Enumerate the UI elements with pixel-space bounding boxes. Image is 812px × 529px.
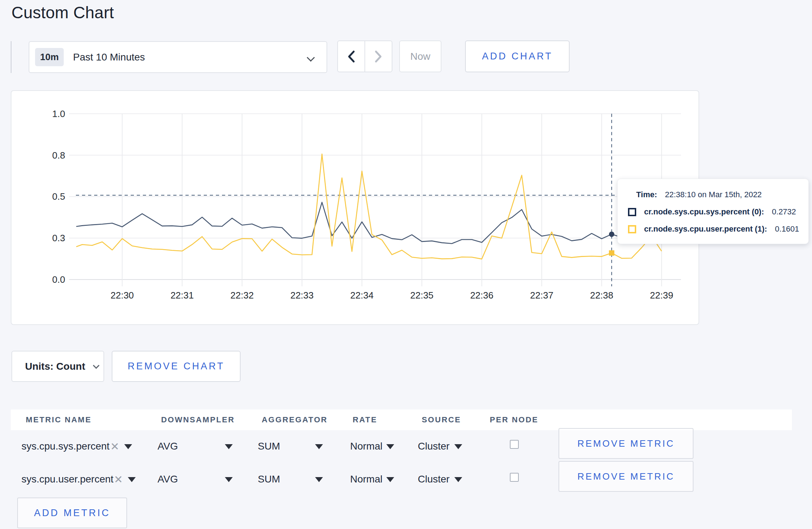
- chart-hover-tooltip: Time: 22:38:10 on Mar 15th, 2022 cr.node…: [617, 179, 809, 244]
- col-header-per-node: PER NODE: [490, 415, 538, 424]
- time-range-select[interactable]: 10m Past 10 Minutes: [29, 41, 327, 73]
- source-dropdown-icon[interactable]: [454, 477, 462, 482]
- x-tick-label: 22:32: [231, 290, 254, 301]
- source-dropdown-icon[interactable]: [454, 444, 462, 449]
- col-header-downsampler: DOWNSAMPLER: [161, 415, 235, 424]
- add-chart-button[interactable]: ADD CHART: [465, 40, 570, 72]
- time-range-label: Past 10 Minutes: [73, 52, 145, 63]
- rate-select[interactable]: Normal: [350, 430, 382, 463]
- x-tick-label: 22:31: [170, 290, 194, 301]
- metric-name-dropdown-icon[interactable]: [124, 444, 132, 449]
- series-line-1: [76, 154, 662, 259]
- clear-metric-icon[interactable]: ✕: [110, 430, 119, 463]
- col-header-aggregator: AGGREGATOR: [262, 415, 328, 424]
- downsampler-dropdown-icon[interactable]: [225, 477, 233, 482]
- tooltip-series-sys-name: cr.node.sys.cpu.sys.percent (0):: [644, 207, 764, 217]
- col-header-metric-name: METRIC NAME: [26, 415, 92, 424]
- units-label: Units: Count: [25, 361, 85, 372]
- remove-metric-button[interactable]: REMOVE METRIC: [559, 428, 693, 459]
- next-range-button[interactable]: [364, 41, 392, 72]
- chevron-down-icon: [307, 54, 315, 62]
- downsampler-dropdown-icon[interactable]: [225, 444, 233, 449]
- x-tick-label: 22:34: [350, 290, 373, 301]
- col-header-rate: RATE: [353, 415, 377, 424]
- metric-table-row: sys.cpu.sys.percent ✕ AVG SUM Normal Clu…: [11, 430, 792, 463]
- hover-marker-user: [609, 250, 614, 256]
- series-line-0: [76, 202, 662, 243]
- chevron-right-icon: [374, 49, 383, 64]
- x-tick-label: 22:33: [290, 290, 314, 301]
- remove-chart-button[interactable]: REMOVE CHART: [112, 351, 241, 382]
- tooltip-time-row: Time: 22:38:10 on Mar 15th, 2022: [636, 190, 762, 199]
- remove-metric-button[interactable]: REMOVE METRIC: [559, 461, 693, 492]
- source-select[interactable]: Cluster: [418, 463, 450, 496]
- aggregator-dropdown-icon[interactable]: [315, 444, 323, 449]
- per-node-checkbox[interactable]: [510, 440, 519, 449]
- y-tick-label: 0.5: [52, 191, 65, 202]
- rate-select[interactable]: Normal: [350, 463, 382, 496]
- downsampler-select[interactable]: AVG: [158, 463, 178, 496]
- custom-chart-plot[interactable]: 0.00.30.50.81.022:3022:3122:3222:3322:34…: [11, 91, 699, 324]
- toolbar-divider: [11, 41, 11, 73]
- rate-dropdown-icon[interactable]: [386, 477, 394, 482]
- metric-name-dropdown-icon[interactable]: [128, 477, 136, 482]
- tooltip-time-label: Time:: [636, 190, 657, 199]
- clear-metric-icon[interactable]: ✕: [114, 463, 123, 496]
- chevron-left-icon: [347, 49, 356, 64]
- tooltip-time-value: 22:38:10 on Mar 15th, 2022: [665, 190, 762, 199]
- y-tick-label: 1.0: [52, 108, 65, 119]
- time-range-badge: 10m: [35, 48, 64, 66]
- chevron-down-icon: [93, 362, 99, 369]
- rate-dropdown-icon[interactable]: [386, 444, 394, 449]
- y-tick-label: 0.3: [52, 233, 65, 243]
- metric-table-row: sys.cpu.user.percent ✕ AVG SUM Normal Cl…: [11, 463, 792, 496]
- tooltip-series-user-name: cr.node.sys.cpu.user.percent (1):: [644, 224, 767, 234]
- add-metric-button[interactable]: ADD METRIC: [17, 498, 127, 528]
- x-tick-label: 22:38: [590, 290, 613, 301]
- x-tick-label: 22:39: [650, 290, 673, 301]
- series-user-swatch-icon: [628, 225, 636, 233]
- metric-name-value[interactable]: sys.cpu.sys.percent: [21, 430, 110, 463]
- tooltip-series-user-value: 0.1601: [775, 224, 799, 234]
- hover-marker-sys: [609, 232, 614, 237]
- tooltip-series-sys-value: 0.2732: [772, 207, 796, 217]
- metrics-table-header: METRIC NAME DOWNSAMPLER AGGREGATOR RATE …: [11, 409, 792, 430]
- page-title: Custom Chart: [11, 3, 114, 22]
- x-tick-label: 22:30: [111, 290, 134, 301]
- time-nav-group: [337, 40, 392, 72]
- tooltip-series-row: cr.node.sys.cpu.user.percent (1): 0.1601: [628, 224, 799, 234]
- source-select[interactable]: Cluster: [418, 430, 450, 463]
- series-sys-swatch-icon: [628, 208, 636, 216]
- aggregator-select[interactable]: SUM: [258, 430, 280, 463]
- col-header-source: SOURCE: [422, 415, 461, 424]
- per-node-checkbox[interactable]: [510, 473, 519, 482]
- downsampler-select[interactable]: AVG: [158, 430, 178, 463]
- grid-lines: [69, 114, 681, 286]
- chart-card: 0.00.30.50.81.022:3022:3122:3222:3322:34…: [11, 90, 699, 325]
- aggregator-dropdown-icon[interactable]: [315, 477, 323, 482]
- aggregator-select[interactable]: SUM: [258, 463, 280, 496]
- units-select[interactable]: Units: Count: [11, 351, 104, 382]
- metric-name-value[interactable]: sys.cpu.user.percent: [21, 463, 113, 496]
- now-button[interactable]: Now: [399, 40, 441, 72]
- x-tick-label: 22:37: [530, 290, 554, 301]
- tooltip-series-row: cr.node.sys.cpu.sys.percent (0): 0.2732: [628, 207, 796, 217]
- y-tick-label: 0.0: [52, 274, 65, 285]
- x-tick-label: 22:36: [470, 290, 493, 301]
- y-tick-label: 0.8: [52, 150, 65, 161]
- prev-range-button[interactable]: [338, 41, 364, 72]
- axis-labels: 0.00.30.50.81.022:3022:3122:3222:3322:34…: [52, 108, 673, 301]
- x-tick-label: 22:35: [410, 290, 434, 301]
